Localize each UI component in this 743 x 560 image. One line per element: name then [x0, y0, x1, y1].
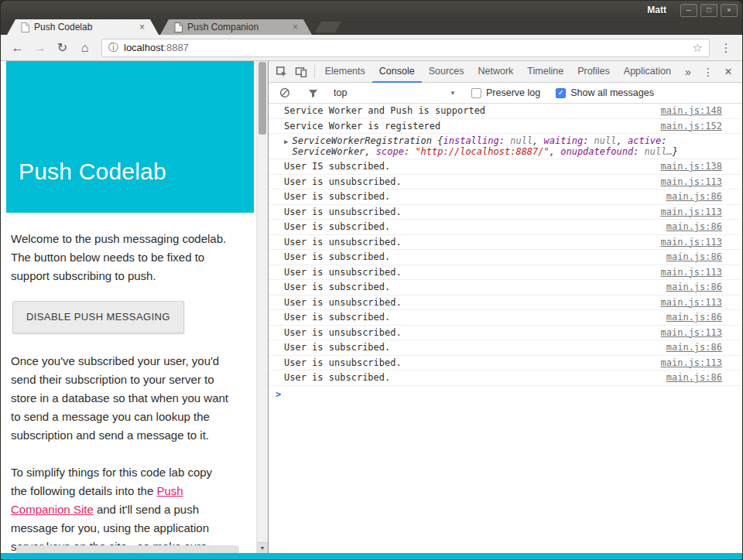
page-body: Welcome to the push messaging codelab. T…	[1, 213, 242, 553]
window-minimize-button[interactable]: ─	[680, 4, 697, 17]
chevron-down-icon: ▼	[450, 90, 456, 97]
context-label: top	[334, 87, 347, 98]
console-source-link[interactable]: main.js:113	[661, 268, 722, 278]
console-message-text: Service Worker is registered	[284, 121, 652, 132]
devtools-tabbar: ElementsConsoleSourcesNetworkTimelinePro…	[269, 61, 742, 83]
expand-triangle-icon[interactable]: ▶	[284, 137, 288, 148]
page-scrollbar[interactable]: ▼	[256, 61, 268, 553]
address-bar[interactable]: ⓘ localhost:8887 ☆	[101, 39, 710, 57]
console-source-link[interactable]: main.js:86	[666, 282, 722, 293]
toolbar-divider	[314, 65, 315, 78]
more-tabs-icon[interactable]: »	[678, 62, 698, 82]
devtools-tab-elements[interactable]: Elements	[318, 61, 372, 83]
console-message-text: User is subscribed.	[284, 192, 657, 203]
console-source-link[interactable]: main.js:113	[661, 328, 722, 339]
show-all-messages-checkbox[interactable]	[556, 88, 566, 98]
browser-tab-push-companion[interactable]: Push Companion ×	[160, 19, 312, 35]
console-prompt[interactable]: >	[269, 386, 742, 400]
console-message-row: User is subscribed.main.js:86	[269, 310, 742, 326]
preserve-log-checkbox[interactable]	[471, 88, 481, 98]
console-source-link[interactable]: main.js:86	[666, 343, 722, 353]
devtools-tab-profiles[interactable]: Profiles	[570, 61, 617, 83]
page-icon	[174, 22, 183, 32]
execution-context-selector[interactable]: top ▼	[334, 87, 456, 98]
back-icon[interactable]: ←	[7, 37, 28, 58]
tab-close-icon[interactable]: ×	[139, 22, 145, 32]
devtools-close-icon[interactable]: ×	[718, 62, 738, 82]
devtools-tab-network[interactable]: Network	[471, 61, 521, 83]
page-icon	[21, 22, 29, 32]
console-message-text: User is unsubscribed.	[284, 358, 652, 369]
console-message-row: User is subscribed.main.js:86	[269, 220, 742, 235]
intro-paragraph: Welcome to the push messaging codelab. T…	[11, 230, 231, 285]
scrollbar-down-arrow[interactable]: ▼	[257, 542, 268, 553]
console-message-text: User is subscribed.	[284, 252, 657, 263]
console-message-text: User is subscribed.	[284, 282, 657, 293]
browser-menu-icon[interactable]: ⋮	[716, 37, 736, 58]
console-message-row: Service Worker is registeredmain.js:152	[269, 119, 742, 135]
companion-paragraph: To simplify things for this code lab cop…	[11, 463, 231, 553]
console-message-text: User is unsubscribed.	[284, 177, 652, 188]
console-object-row: ▶ServiceWorkerRegistration {installing: …	[269, 134, 742, 159]
clear-console-icon[interactable]	[275, 83, 295, 103]
console-source-link[interactable]: main.js:113	[661, 207, 722, 218]
console-source-link[interactable]: main.js:113	[661, 358, 722, 369]
disable-push-messaging-button[interactable]: DISABLE PUSH MESSAGING	[12, 301, 184, 333]
console-source-link[interactable]: main.js:86	[666, 373, 722, 384]
bottom-accent-strip	[1, 553, 742, 559]
devtools-tab-application[interactable]: Application	[617, 61, 678, 83]
os-titlebar: Matt ─ □ ×	[1, 1, 742, 19]
console-message-text: User is unsubscribed.	[284, 207, 652, 218]
console-toolbar: top ▼ Preserve log Show all messages	[269, 83, 742, 104]
home-icon[interactable]: ⌂	[74, 37, 95, 58]
console-source-link[interactable]: main.js:138	[661, 162, 722, 172]
bookmark-star-icon[interactable]: ☆	[693, 41, 703, 55]
preserve-log-group[interactable]: Preserve log	[471, 87, 540, 98]
filter-icon[interactable]	[303, 83, 323, 103]
new-tab-button[interactable]	[315, 22, 341, 32]
console-source-link[interactable]: main.js:86	[666, 252, 722, 263]
browser-toolbar: ← → ↻ ⌂ ⓘ localhost:8887 ☆ ⋮	[1, 35, 742, 61]
window-content: Push Codelab Welcome to the push messagi…	[1, 61, 742, 553]
devtools-tab-sources[interactable]: Sources	[422, 61, 471, 83]
console-source-link[interactable]: main.js:86	[666, 222, 722, 233]
show-all-messages-group[interactable]: Show all messages	[556, 87, 654, 98]
forward-icon[interactable]: →	[29, 37, 50, 58]
console-source-link[interactable]: main.js:113	[661, 298, 722, 309]
device-toolbar-icon[interactable]	[292, 62, 311, 82]
console-message-row: User is unsubscribed.main.js:113	[269, 265, 742, 281]
console-message-row: Service Worker and Push is supportedmain…	[269, 104, 742, 119]
window-maximize-button[interactable]: □	[700, 4, 717, 17]
browser-tab-push-codelab[interactable]: Push Codelab ×	[7, 19, 159, 35]
devtools-tabs: ElementsConsoleSourcesNetworkTimelinePro…	[318, 61, 678, 83]
console-message-text: User is unsubscribed.	[284, 237, 652, 248]
devtools-menu-icon[interactable]: ⋮	[698, 62, 718, 82]
page-header: Push Codelab	[6, 61, 254, 213]
url-port: :8887	[163, 42, 189, 53]
console-message-text: User is subscribed.	[284, 312, 657, 323]
console-source-link[interactable]: main.js:113	[661, 177, 722, 188]
console-source-link[interactable]: main.js:148	[661, 106, 722, 117]
console-message-text: User is unsubscribed.	[284, 328, 652, 339]
devtools-tab-timeline[interactable]: Timeline	[520, 61, 570, 83]
console-message-row: User is subscribed.main.js:86	[269, 370, 742, 386]
browser-window: Matt ─ □ × Push Codelab × Push Companion…	[0, 0, 743, 560]
window-close-button[interactable]: ×	[721, 4, 738, 17]
tab-close-icon[interactable]: ×	[293, 22, 298, 32]
console-message-row: User IS subscribed.main.js:138	[269, 159, 742, 175]
console-source-link[interactable]: main.js:113	[661, 237, 722, 248]
scrollbar-thumb[interactable]	[259, 62, 266, 135]
console-message-row: User is unsubscribed.main.js:113	[269, 175, 742, 190]
devtools-tab-console[interactable]: Console	[372, 61, 422, 83]
reload-icon[interactable]: ↻	[52, 37, 73, 58]
codelab-page: Push Codelab Welcome to the push messagi…	[1, 61, 256, 553]
console-source-link[interactable]: main.js:86	[666, 312, 722, 323]
inspect-element-icon[interactable]	[272, 62, 292, 82]
console-source-link[interactable]: main.js:86	[666, 192, 722, 203]
site-info-icon[interactable]: ⓘ	[108, 41, 118, 55]
console-source-link[interactable]: main.js:152	[661, 121, 722, 132]
console-message-text: User is unsubscribed.	[284, 298, 652, 309]
url-host: localhost	[124, 42, 163, 53]
console-message-text: User is subscribed.	[284, 222, 657, 233]
console-message-row: User is subscribed.main.js:86	[269, 340, 742, 356]
